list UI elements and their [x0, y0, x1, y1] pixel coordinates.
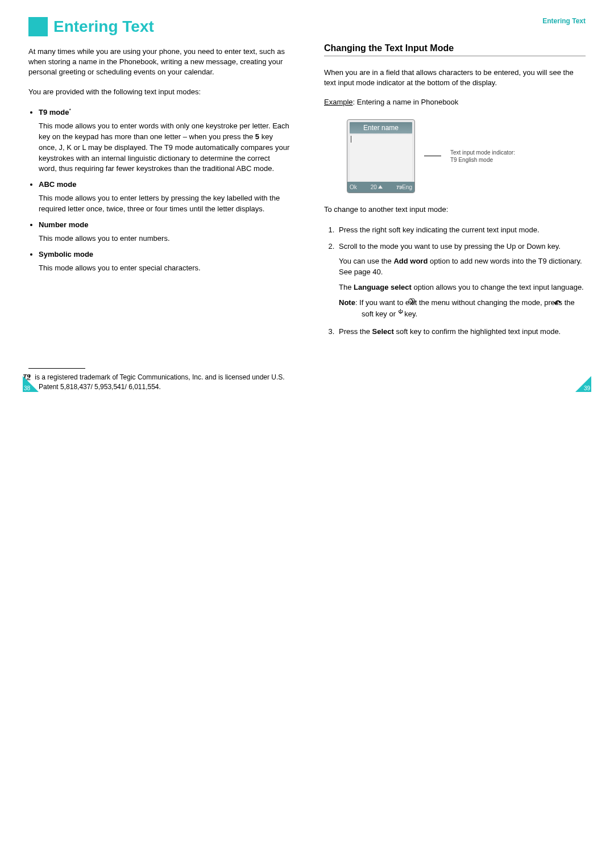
blank-area [0, 398, 614, 863]
softkey-left: Ok [350, 184, 357, 190]
callout-line-icon [424, 156, 441, 156]
mode-abc-label: ABC mode [39, 180, 76, 189]
mode-abc-desc: This mode allows you to enter letters by… [39, 193, 290, 215]
main-title-row: Entering Text [28, 17, 290, 36]
char-count: 20 [371, 184, 377, 190]
mode-number-label: Number mode [39, 220, 88, 229]
step-1: Press the right soft key indicating the … [337, 225, 586, 236]
teal-square-icon [28, 17, 48, 36]
page-number-right: 39 [584, 385, 590, 391]
mode-number-desc: This mode allows you to enter numbers. [39, 233, 290, 244]
page-left: Entering Text At many times while you ar… [23, 17, 290, 392]
callout-text: Text input mode indicator: T9 English mo… [450, 149, 515, 164]
section-heading: Changing the Text Input Mode [324, 43, 586, 56]
mode-t9-desc: This mode allows you to enter words with… [39, 121, 290, 174]
mode-symbolic-label: Symbolic mode [39, 250, 93, 258]
mode-abc: ABC mode This mode allows you to enter l… [39, 180, 290, 215]
example-line: Example: Entering a name in Phonebook [324, 97, 586, 107]
intro-paragraph-1: At many times while you are using your p… [28, 47, 290, 78]
mode-t9-label: T9 mode [39, 108, 69, 116]
example-label: Example [324, 98, 353, 106]
phone-screen: Enter name Ok 20 T9Eng [347, 119, 415, 193]
softkey-center: 20 [371, 184, 383, 190]
power-icon: ⏻ [398, 309, 403, 314]
screen-body [350, 135, 412, 181]
change-intro: To change to another text input mode: [324, 205, 586, 215]
t9-indicator-icon: T9 [396, 185, 403, 190]
step-2-sub-addword: You can use the Add word option to add n… [339, 256, 586, 278]
cursor-icon [351, 136, 351, 143]
step-2-note: Note: If you want to exit the menu witho… [339, 298, 586, 321]
mode-symbolic-desc: This mode allows you to enter special ch… [39, 263, 290, 274]
section-intro: When you are in a field that allows char… [324, 68, 586, 88]
softkey-right: T9Eng [396, 184, 412, 190]
footnote: * T9 is a registered trademark of Tegic … [28, 372, 290, 392]
up-arrow-icon [378, 185, 383, 189]
page-number-left: 38 [24, 385, 30, 391]
footnote-rule [28, 368, 85, 369]
mode-number: Number mode This mode allows you to ente… [39, 220, 290, 244]
mode-t9: T9 mode* This mode allows you to enter w… [39, 107, 290, 175]
step-2-sub-language: The Language select option allows you to… [339, 282, 586, 293]
phone-illustration: Enter name Ok 20 T9Eng Text input [347, 119, 586, 193]
running-head: Entering Text [542, 17, 586, 25]
softkey-bar: Ok 20 T9Eng [347, 182, 414, 193]
step-2: Scroll to the mode you want to use by pr… [337, 241, 586, 321]
step-3: Press the Select soft key to confirm the… [337, 327, 586, 337]
page-right: Entering Text Changing the Text Input Mo… [324, 17, 591, 392]
screen-title: Enter name [350, 122, 412, 133]
intro-paragraph-2: You are provided with the following text… [28, 87, 290, 97]
input-modes-list: T9 mode* This mode allows you to enter w… [28, 107, 290, 279]
page-title: Entering Text [53, 18, 154, 36]
steps-list: Press the right soft key indicating the … [324, 225, 586, 343]
document-spread: Entering Text At many times while you ar… [0, 0, 614, 398]
mode-symbolic: Symbolic mode This mode allows you to en… [39, 250, 290, 274]
